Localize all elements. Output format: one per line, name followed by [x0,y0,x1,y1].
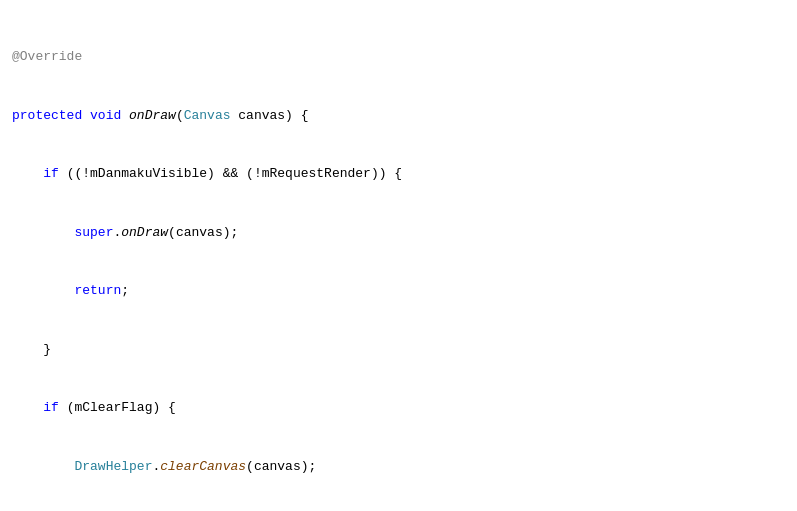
line-1: protected void onDraw(Canvas canvas) { [0,106,797,126]
line-2: if ((!mDanmakuVisible) && (!mRequestRend… [0,164,797,184]
line-3: super.onDraw(canvas); [0,223,797,243]
line-7: DrawHelper.clearCanvas(canvas); [0,457,797,477]
code-editor: @Override protected void onDraw(Canvas c… [0,0,797,511]
line-5: } [0,340,797,360]
line-annotation: @Override [0,47,797,67]
line-6: if (mClearFlag) { [0,398,797,418]
line-4: return; [0,281,797,301]
